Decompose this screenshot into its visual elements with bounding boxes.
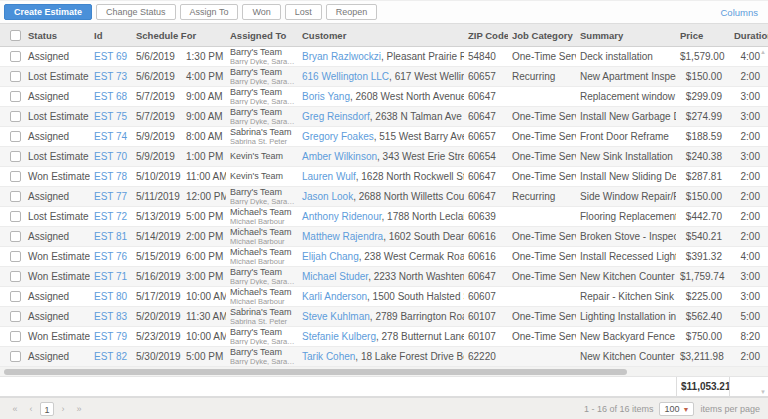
- lost-button[interactable]: Lost: [285, 4, 322, 20]
- page-size-dropdown[interactable]: 100▼: [659, 402, 694, 416]
- estimate-id-link[interactable]: EST 70: [94, 151, 127, 162]
- customer-link[interactable]: Anthony Ridenour: [302, 211, 382, 222]
- customer-link[interactable]: Boris Yang: [302, 91, 350, 102]
- page-prev-button[interactable]: ‹: [24, 402, 38, 416]
- estimate-id-link[interactable]: EST 75: [94, 111, 127, 122]
- estimate-id-link[interactable]: EST 81: [94, 231, 127, 242]
- col-header-summary[interactable]: Summary: [576, 30, 676, 41]
- horizontal-scrollbar-thumb[interactable]: [4, 369, 627, 375]
- row-checkbox[interactable]: [10, 331, 21, 342]
- table-row[interactable]: Won Estimate EST 71 5/16/2019 3:00 PM Ba…: [0, 267, 768, 287]
- vertical-scroll-up-icon[interactable]: ▲: [760, 49, 766, 55]
- table-row[interactable]: Won Estimate EST 76 5/15/2019 6:00 PM Mi…: [0, 247, 768, 267]
- row-checkbox[interactable]: [10, 51, 21, 62]
- row-checkbox[interactable]: [10, 91, 21, 102]
- col-header-schedule-for[interactable]: Schedule For: [132, 30, 226, 41]
- estimate-id-link[interactable]: EST 78: [94, 171, 127, 182]
- estimate-id-link[interactable]: EST 76: [94, 251, 127, 262]
- customer-link[interactable]: Gregory Foakes: [302, 131, 374, 142]
- row-checkbox[interactable]: [10, 251, 21, 262]
- customer-link[interactable]: Matthew Rajendra: [302, 231, 383, 242]
- change-status-button[interactable]: Change Status: [96, 4, 176, 20]
- row-checkbox[interactable]: [10, 271, 21, 282]
- col-header-customer[interactable]: Customer: [298, 30, 464, 41]
- page-last-button[interactable]: »: [72, 402, 86, 416]
- row-checkbox[interactable]: [10, 191, 21, 202]
- customer-link[interactable]: Amber Wilkinson: [302, 151, 377, 162]
- table-row[interactable]: Lost Estimate EST 70 5/9/2019 1:00 PM Ke…: [0, 147, 768, 167]
- customer-link[interactable]: Jason Look: [302, 191, 353, 202]
- row-checkbox[interactable]: [10, 131, 21, 142]
- vertical-scroll-down-icon[interactable]: ▼: [760, 389, 766, 395]
- table-row[interactable]: Won Estimate EST 78 5/10/2019 11:00 AM K…: [0, 167, 768, 187]
- estimate-id-link[interactable]: EST 82: [94, 351, 127, 362]
- page-first-button[interactable]: «: [8, 402, 22, 416]
- customer-link[interactable]: Elijah Chang: [302, 251, 359, 262]
- table-row[interactable]: Lost Estimate EST 72 5/13/2019 5:00 PM M…: [0, 207, 768, 227]
- columns-link[interactable]: Columns: [721, 7, 759, 18]
- customer-link[interactable]: Karli Anderson: [302, 291, 367, 302]
- checkbox-cell: [0, 191, 24, 203]
- table-row[interactable]: Won Estimate EST 79 5/23/2019 10:00 AM B…: [0, 327, 768, 347]
- table-row[interactable]: Assigned EST 83 5/20/2019 11:30 AM Sabri…: [0, 307, 768, 327]
- customer-link[interactable]: Tarik Cohen: [302, 351, 355, 362]
- estimate-id-link[interactable]: EST 83: [94, 311, 127, 322]
- assigned-team-cell: Barry's Team Barry Dyke, Sarah Woodfield: [226, 68, 298, 86]
- table-row[interactable]: Assigned EST 82 5/30/2019 5:00 PM Barry'…: [0, 347, 768, 367]
- customer-link[interactable]: Stefanie Kulberg: [302, 331, 376, 342]
- table-row[interactable]: Assigned EST 77 5/11/2019 12:00 PM Barry…: [0, 187, 768, 207]
- page-next-button[interactable]: ›: [56, 402, 70, 416]
- col-header-assigned-to[interactable]: Assigned To: [226, 30, 298, 41]
- customer-link[interactable]: Steve Kuhlman: [302, 311, 370, 322]
- table-row[interactable]: Assigned EST 68 5/7/2019 9:00 AM Barry's…: [0, 87, 768, 107]
- won-button[interactable]: Won: [242, 4, 280, 20]
- table-row[interactable]: Lost Estimate EST 73 5/6/2019 4:00 PM Ba…: [0, 67, 768, 87]
- select-all-checkbox[interactable]: [10, 30, 21, 41]
- col-header-zip-code[interactable]: ZIP Code: [464, 30, 508, 41]
- price-total: $11,053.21: [676, 377, 730, 397]
- customer-link[interactable]: 616 Wellington LLC: [302, 71, 389, 82]
- estimate-id-link[interactable]: EST 77: [94, 191, 127, 202]
- table-row[interactable]: Assigned EST 69 5/6/2019 1:30 PM Barry's…: [0, 47, 768, 67]
- table-row[interactable]: Assigned EST 80 5/17/2019 10:00 AM Micha…: [0, 287, 768, 307]
- col-header-price[interactable]: Price: [676, 30, 730, 41]
- col-header-duration[interactable]: Duration: [730, 30, 768, 41]
- row-checkbox[interactable]: [10, 71, 21, 82]
- col-header-id[interactable]: Id: [90, 30, 132, 41]
- estimate-id-link[interactable]: EST 69: [94, 51, 127, 62]
- estimate-id-link[interactable]: EST 79: [94, 331, 127, 342]
- row-checkbox[interactable]: [10, 351, 21, 362]
- create-estimate-button[interactable]: Create Estimate: [4, 4, 92, 20]
- estimate-id-link[interactable]: EST 73: [94, 71, 127, 82]
- estimate-id-link[interactable]: EST 71: [94, 271, 127, 282]
- estimate-id-link[interactable]: EST 72: [94, 211, 127, 222]
- table-row[interactable]: Assigned EST 81 5/14/2019 2:00 PM Michae…: [0, 227, 768, 247]
- assign-to-button[interactable]: Assign To: [180, 4, 239, 20]
- row-checkbox[interactable]: [10, 291, 21, 302]
- assigned-team-cell: Barry's Team Barry Dyke, Sarah Woodfield: [226, 48, 298, 66]
- page-number-current[interactable]: 1: [40, 402, 54, 416]
- reopen-button[interactable]: Reopen: [326, 4, 378, 20]
- estimate-id-link[interactable]: EST 74: [94, 131, 127, 142]
- customer-cell: Jason Look, 2688 North Willetts Court 1R…: [298, 191, 464, 202]
- status-text: Lost Estimate: [24, 211, 90, 222]
- table-row[interactable]: Assigned EST 74 5/9/2019 8:00 AM Sabrina…: [0, 127, 768, 147]
- row-checkbox[interactable]: [10, 311, 21, 322]
- row-checkbox[interactable]: [10, 171, 21, 182]
- row-checkbox[interactable]: [10, 151, 21, 162]
- estimate-id-link[interactable]: EST 68: [94, 91, 127, 102]
- col-header-status[interactable]: Status: [24, 30, 90, 41]
- row-checkbox[interactable]: [10, 111, 21, 122]
- col-header-job-category[interactable]: Job Category: [508, 30, 576, 41]
- estimate-id-link[interactable]: EST 80: [94, 291, 127, 302]
- schedule-time: 10:00 AM: [182, 291, 226, 302]
- row-checkbox[interactable]: [10, 211, 21, 222]
- customer-link[interactable]: Greg Reinsdorf: [302, 111, 370, 122]
- customer-link[interactable]: Bryan Razlwockzi: [302, 51, 381, 62]
- duration-value: 2:00: [730, 131, 768, 142]
- horizontal-scrollbar-track[interactable]: [0, 367, 768, 377]
- customer-link[interactable]: Lauren Wulf: [302, 171, 356, 182]
- customer-link[interactable]: Michael Studer: [302, 271, 368, 282]
- table-row[interactable]: Lost Estimate EST 75 5/7/2019 9:00 AM Ba…: [0, 107, 768, 127]
- row-checkbox[interactable]: [10, 231, 21, 242]
